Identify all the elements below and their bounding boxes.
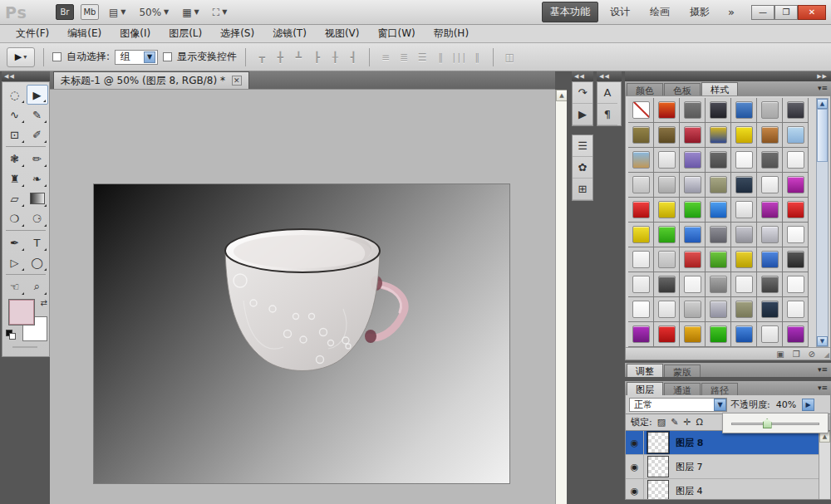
clone-source-panel-icon[interactable]: ✿ (573, 157, 593, 179)
minibridge-button[interactable]: Mb (81, 4, 99, 20)
document-canvas[interactable] (94, 184, 509, 483)
style-swatch-51[interactable] (658, 276, 676, 293)
eraser-tool-icon[interactable]: ▱ (4, 188, 26, 208)
layer-row[interactable]: ◉图层 8 (626, 431, 830, 455)
style-swatch-16[interactable] (658, 151, 676, 169)
screen-mode-button[interactable]: ⛶ ▼ (209, 7, 231, 18)
workspace-overflow-button[interactable]: » (725, 6, 738, 18)
style-swatch-26[interactable] (735, 176, 753, 193)
style-swatch-49[interactable] (787, 251, 804, 268)
menu-窗口(W)[interactable]: 窗口(W) (368, 25, 424, 42)
styles-tab-色板[interactable]: 色板 (664, 83, 701, 95)
new-style-icon[interactable]: ❐ (793, 350, 800, 359)
style-swatch-9[interactable] (658, 126, 676, 144)
style-swatch-37[interactable] (658, 226, 676, 243)
layer-row[interactable]: ◉图层 7 (626, 455, 830, 479)
bridge-button[interactable]: Br (56, 4, 74, 20)
close-button[interactable]: ✕ (798, 5, 826, 20)
delete-style-icon[interactable]: ▣ (776, 350, 784, 359)
styles-panel-header[interactable]: ▶▶ (625, 71, 831, 81)
style-swatch-28[interactable] (787, 176, 804, 193)
style-swatch-8[interactable] (632, 126, 650, 144)
style-swatch-62[interactable] (761, 301, 779, 318)
menu-编辑(E)[interactable]: 编辑(E) (58, 25, 111, 42)
layer-thumbnail[interactable] (647, 480, 669, 500)
history-brush-tool-icon[interactable]: ❧ (27, 169, 48, 188)
canvas-workspace[interactable] (50, 90, 555, 504)
style-swatch-66[interactable] (684, 325, 701, 343)
style-swatch-39[interactable] (710, 226, 727, 243)
strip-collapse-header[interactable]: ◀◀ (597, 71, 622, 81)
style-swatch-52[interactable] (684, 276, 701, 293)
style-swatch-69[interactable] (761, 325, 779, 343)
style-swatch-31[interactable] (684, 201, 701, 218)
style-swatch-70[interactable] (787, 325, 804, 343)
layer-visibility-eye-icon[interactable]: ◉ (626, 431, 644, 455)
brushes-panel-icon[interactable]: ☰ (573, 135, 593, 157)
style-swatch-65[interactable] (658, 325, 676, 343)
style-swatch-27[interactable] (761, 176, 779, 193)
menu-图层(L)[interactable]: 图层(L) (160, 25, 211, 42)
eyedropper-tool-icon[interactable]: ✐ (27, 125, 48, 144)
style-swatch-47[interactable] (735, 251, 753, 268)
tool-preset-button[interactable]: ▶ ▾ (7, 47, 35, 67)
elliptical-marquee-tool-icon[interactable]: ◌ (4, 85, 26, 105)
opacity-slider-button[interactable]: ▶ (802, 399, 814, 411)
hand-tool-icon[interactable]: ☜ (4, 276, 26, 296)
style-swatch-33[interactable] (735, 201, 753, 218)
style-swatch-34[interactable] (761, 201, 779, 218)
style-swatch-7[interactable] (787, 101, 804, 119)
dodge-tool-icon[interactable]: ⚆ (27, 208, 48, 228)
style-swatch-10[interactable] (684, 126, 701, 144)
scroll-up-icon[interactable]: ▲ (817, 99, 828, 109)
lock-position-icon[interactable]: ✛ (683, 417, 691, 428)
style-swatch-35[interactable] (787, 201, 804, 218)
layers-tab-路径[interactable]: 路径 (701, 383, 738, 395)
menu-滤镜(T)[interactable]: 滤镜(T) (263, 25, 316, 42)
restore-button[interactable]: ❐ (774, 5, 798, 20)
style-swatch-46[interactable] (710, 251, 727, 268)
opacity-value[interactable]: 40% (774, 399, 799, 411)
style-swatch-48[interactable] (761, 251, 779, 268)
animation-panel-icon[interactable]: ⊞ (573, 179, 593, 200)
workspace-button-设计[interactable]: 设计 (602, 2, 638, 22)
style-swatch-54[interactable] (735, 276, 753, 293)
style-swatch-61[interactable] (735, 301, 753, 318)
scrollbar-thumb[interactable] (817, 109, 828, 162)
style-swatch-32[interactable] (710, 201, 727, 218)
layer-row[interactable]: ◉图层 4 (626, 479, 830, 500)
style-swatch-43[interactable] (632, 251, 650, 268)
style-swatch-25[interactable] (710, 176, 727, 193)
clear-style-icon[interactable]: ⊘ (809, 350, 815, 359)
style-swatch-44[interactable] (658, 251, 676, 268)
style-swatch-12[interactable] (735, 126, 753, 144)
style-swatch-1[interactable] (632, 101, 650, 119)
style-swatch-19[interactable] (735, 151, 753, 169)
document-vertical-scrollbar[interactable]: ▲ (555, 90, 567, 504)
style-swatch-58[interactable] (658, 301, 676, 318)
blend-mode-select[interactable]: 正常 ▼ (629, 398, 727, 412)
layer-thumbnail[interactable] (647, 432, 669, 453)
style-swatch-55[interactable] (761, 276, 779, 293)
brush-tool-icon[interactable]: ✏ (27, 149, 48, 169)
layers-tab-图层[interactable]: 图层 (627, 382, 663, 395)
style-swatch-15[interactable] (632, 151, 650, 169)
style-swatch-67[interactable] (710, 325, 727, 343)
resize-grip-icon[interactable]: ◢ (824, 351, 829, 359)
style-swatch-17[interactable] (684, 151, 701, 169)
panel-menu-icon[interactable]: ▾≡ (818, 84, 828, 92)
menu-文件(F)[interactable]: 文件(F) (7, 25, 58, 42)
opacity-slider-thumb[interactable] (763, 418, 772, 428)
zoom-tool-icon[interactable]: ⌕ (27, 276, 48, 296)
history-panel-icon[interactable]: ↷ (573, 82, 593, 104)
layers-scrollbar[interactable]: ▲ (819, 431, 830, 500)
style-swatch-56[interactable] (787, 276, 804, 293)
style-swatch-20[interactable] (761, 151, 779, 169)
style-swatch-68[interactable] (735, 325, 753, 343)
opacity-slider-track[interactable] (731, 423, 819, 425)
style-swatch-21[interactable] (787, 151, 804, 169)
layer-thumbnail[interactable] (647, 456, 669, 477)
lock-transparent-pixels-icon[interactable]: ▨ (657, 417, 666, 428)
workspace-button-摄影[interactable]: 摄影 (681, 2, 718, 22)
scroll-down-icon[interactable]: ▼ (817, 336, 828, 346)
